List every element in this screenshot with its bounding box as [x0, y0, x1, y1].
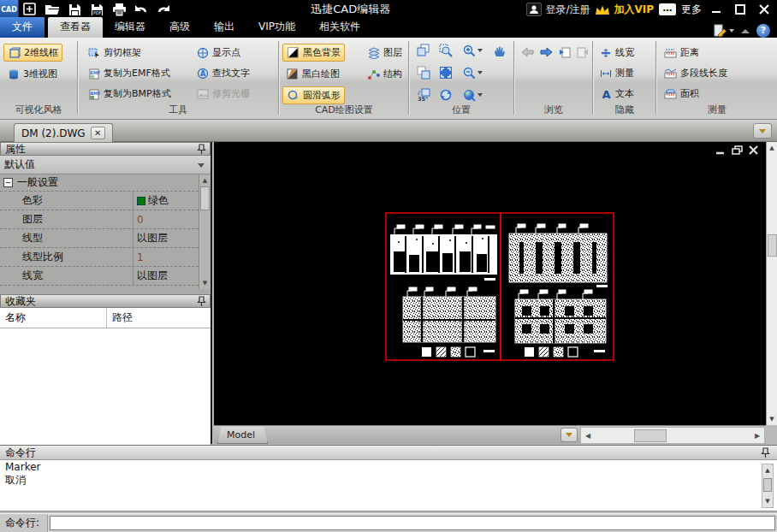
style-switch-button[interactable]	[713, 24, 734, 38]
cut-frame-button[interactable]: 剪切框架	[84, 44, 145, 62]
group-label: 测量	[657, 103, 777, 116]
show-points-button[interactable]: 显示点	[193, 44, 244, 62]
zoom-out-button[interactable]	[460, 63, 485, 82]
collapse-ribbon-icon[interactable]	[741, 29, 750, 33]
scrollbar-thumb[interactable]	[763, 478, 772, 492]
property-section-row[interactable]: − 一般设置	[0, 174, 199, 192]
measure-area-button[interactable]: 面积	[661, 85, 703, 103]
scroll-down-icon[interactable]: ▼	[762, 495, 773, 507]
rotate-angle-button[interactable]: 35°	[413, 86, 434, 104]
open-file-button[interactable]	[41, 1, 63, 18]
preset-dropdown[interactable]: 默认值	[0, 156, 211, 174]
redo-button[interactable]	[152, 1, 175, 18]
copy-bmp-button[interactable]: BMP 复制为BMP格式	[84, 85, 175, 103]
tab-advanced[interactable]: 高级	[157, 17, 202, 38]
group-label: CAD绘图设置	[280, 103, 408, 116]
black-background-button[interactable]: 黑色背景	[282, 44, 345, 62]
app-logo-icon[interactable]: CAD	[0, 0, 19, 19]
scroll-right-icon[interactable]: ▶	[750, 432, 764, 440]
tab-vip[interactable]: VIP功能	[246, 17, 307, 38]
undo-icon	[134, 3, 148, 15]
model-tab[interactable]: Model	[217, 427, 268, 444]
forward-arrow-icon	[540, 47, 553, 57]
zoom-window-button[interactable]	[436, 41, 456, 60]
structure-button[interactable]: 结构	[364, 65, 406, 83]
trim-raster-button[interactable]: 修剪光栅	[193, 85, 253, 103]
svg-text:A: A	[200, 70, 206, 78]
scrollbar-thumb[interactable]	[200, 186, 210, 210]
mdi-close-button[interactable]	[749, 145, 759, 157]
tab-editor[interactable]: 编辑器	[103, 17, 157, 38]
scrollbar-thumb[interactable]	[768, 234, 777, 257]
document-tab[interactable]: DM (2).DWG ✕	[14, 123, 113, 142]
save-icon	[68, 3, 81, 16]
canvas-hscrollbar[interactable]: ◀ ▶	[580, 427, 765, 444]
hide-linewidth-button[interactable]: 线宽	[596, 44, 638, 62]
scroll-down-icon[interactable]: ▼	[767, 413, 777, 425]
copy-emf-button[interactable]: EMF 复制为EMF格式	[84, 64, 174, 82]
command-input[interactable]	[50, 516, 775, 530]
measure-distance-button[interactable]: 距离	[661, 44, 703, 62]
scroll-down-icon[interactable]: ▼	[199, 277, 211, 289]
favorites-column-headers: 名称 路径	[0, 308, 211, 328]
pin-icon[interactable]	[197, 296, 206, 310]
document-close-icon[interactable]: ✕	[91, 127, 105, 139]
join-vip-button[interactable]: 加入VIP	[595, 3, 654, 17]
scroll-up-icon[interactable]: ▲	[767, 142, 777, 154]
canvas-vscrollbar[interactable]: ▲ ▼	[766, 142, 777, 425]
login-button[interactable]: 登录/注册	[526, 3, 590, 17]
mdi-minimize-button[interactable]	[715, 145, 726, 157]
drawing-canvas[interactable]	[214, 142, 766, 425]
more-options-icon[interactable]: …	[659, 3, 676, 15]
scrollbar-thumb[interactable]	[634, 429, 667, 442]
collapse-icon[interactable]: −	[3, 178, 13, 187]
new-file-button[interactable]	[19, 1, 41, 18]
forward-button[interactable]	[536, 43, 556, 62]
group-visual-style: 2维线框 3维视图 可视化风格	[0, 38, 77, 119]
svg-text:35°: 35°	[418, 96, 428, 102]
measure-polyline-button[interactable]: 多段线长度	[661, 64, 731, 82]
copy-view-button[interactable]	[413, 63, 434, 82]
save-button[interactable]	[63, 1, 86, 18]
smooth-arc-button[interactable]: 圆滑弧形	[282, 86, 345, 104]
rotate-view-button[interactable]	[413, 41, 434, 60]
zoom-extents-button[interactable]	[460, 86, 485, 104]
undo-button[interactable]	[130, 1, 152, 18]
command-scrollbar[interactable]: ▲ ▼	[762, 464, 774, 508]
hide-measure-button[interactable]: 测量	[596, 64, 638, 82]
tab-list-button[interactable]	[753, 123, 772, 139]
properties-scrollbar[interactable]: ▲ ▼	[199, 174, 211, 289]
group-browse: 浏览	[515, 38, 592, 119]
scroll-up-icon[interactable]: ▲	[199, 174, 211, 186]
favorites-list[interactable]	[0, 328, 211, 446]
bw-drawing-button[interactable]: 黑白绘图	[282, 65, 343, 83]
more-label[interactable]: 更多	[681, 3, 702, 17]
wireframe-2d-button[interactable]: 2维线框	[3, 44, 62, 62]
scroll-up-icon[interactable]: ▲	[762, 464, 773, 476]
zoom-in-button[interactable]	[460, 41, 485, 60]
close-button[interactable]	[755, 2, 774, 17]
pan-button[interactable]	[489, 41, 509, 60]
mdi-restore-button[interactable]	[732, 145, 743, 157]
wireframe-icon	[8, 46, 21, 59]
refresh-view-button[interactable]	[436, 86, 456, 104]
tab-output[interactable]: 输出	[202, 17, 246, 38]
help-icon[interactable]: ?	[756, 24, 770, 38]
maximize-button[interactable]	[731, 2, 750, 17]
print-button[interactable]	[108, 1, 130, 18]
tab-file[interactable]: 文件	[0, 17, 44, 38]
hide-text-button[interactable]: A 文本	[596, 85, 638, 103]
tab-related[interactable]: 相关软件	[307, 17, 372, 38]
layout-list-button[interactable]	[561, 428, 578, 442]
fit-view-button[interactable]	[436, 63, 456, 82]
rotate-page-cw-button[interactable]	[572, 43, 592, 62]
layers-button[interactable]: 图层	[364, 44, 406, 62]
tab-viewer[interactable]: 查看器	[48, 17, 103, 38]
scroll-left-icon[interactable]: ◀	[581, 432, 595, 440]
document-tab-label: DM (2).DWG	[21, 127, 86, 139]
find-text-button[interactable]: A 查找文字	[193, 64, 253, 82]
save-pdf-button[interactable]: PDF	[86, 1, 108, 18]
minimize-button[interactable]	[707, 2, 726, 17]
back-button[interactable]	[517, 43, 537, 62]
view-3d-button[interactable]: 3维视图	[3, 65, 61, 83]
